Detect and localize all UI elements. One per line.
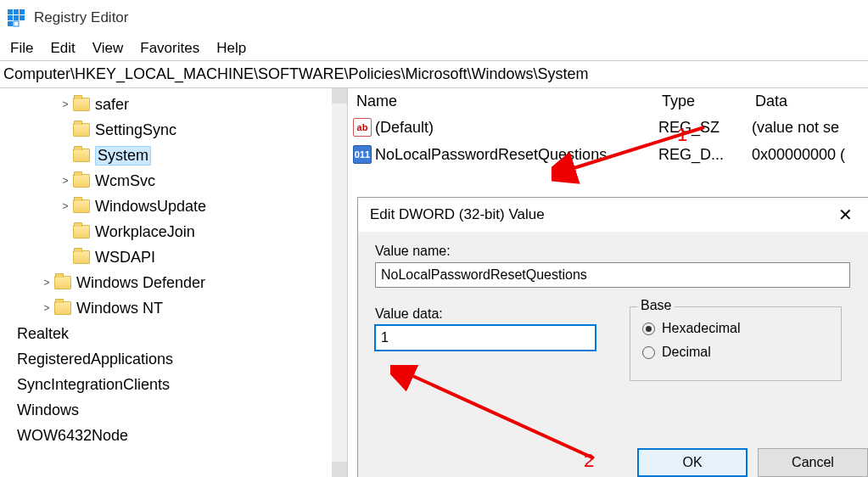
tree-item-label: WOW6432Node — [17, 427, 128, 445]
svg-rect-9 — [20, 21, 25, 26]
tree-item-label: WindowsUpdate — [95, 198, 206, 216]
tree-item[interactable]: >safer — [0, 92, 347, 117]
menubar: File Edit View Favorites Help — [0, 36, 868, 61]
chevron-right-icon[interactable]: > — [59, 200, 71, 212]
list-row[interactable]: ab(Default)REG_SZ(value not se — [348, 114, 868, 141]
chevron-right-icon[interactable] — [59, 226, 71, 238]
value-name: (Default) — [375, 119, 434, 137]
svg-rect-2 — [14, 9, 19, 14]
folder-icon — [73, 98, 90, 111]
value-data-input[interactable] — [375, 325, 596, 351]
value-type: REG_SZ — [658, 119, 752, 137]
tree-item-label: Windows — [17, 401, 79, 419]
base-label: Base — [637, 298, 675, 313]
tree-item-label: Realtek — [17, 325, 69, 343]
svg-rect-6 — [20, 15, 25, 20]
chevron-right-icon[interactable] — [59, 124, 71, 136]
chevron-right-icon[interactable] — [3, 353, 15, 365]
menu-edit[interactable]: Edit — [43, 38, 81, 59]
tree-item[interactable]: SyncIntegrationClients — [0, 372, 347, 397]
tree-item-label: Windows Defender — [76, 274, 205, 292]
menu-file[interactable]: File — [3, 38, 40, 59]
tree-item[interactable]: WOW6432Node — [0, 423, 347, 448]
chevron-right-icon[interactable]: > — [41, 277, 53, 289]
edit-dword-dialog: Edit DWORD (32-bit) Value ✕ Value name: … — [357, 197, 868, 477]
tree-item-label: safer — [95, 96, 129, 114]
close-icon[interactable]: ✕ — [838, 205, 853, 225]
tree-item[interactable]: SettingSync — [0, 117, 347, 143]
value-sz-icon: ab — [353, 118, 372, 137]
regedit-icon — [7, 8, 25, 27]
tree-item[interactable]: >Windows Defender — [0, 270, 347, 295]
tree-pane[interactable]: >safer SettingSync System>WcmSvc>Windows… — [0, 88, 348, 477]
chevron-right-icon[interactable]: > — [59, 98, 71, 110]
chevron-right-icon[interactable] — [59, 149, 71, 161]
chevron-right-icon[interactable] — [3, 429, 15, 441]
col-header-type[interactable]: Type — [662, 93, 755, 110]
col-header-name[interactable]: Name — [356, 93, 662, 110]
chevron-right-icon[interactable] — [3, 328, 15, 340]
folder-icon — [54, 301, 71, 315]
tree-item[interactable]: System — [0, 143, 347, 168]
folder-icon — [73, 225, 90, 238]
value-dw-icon: 011 — [353, 145, 372, 164]
folder-icon — [73, 174, 90, 188]
svg-rect-5 — [14, 15, 19, 20]
base-group: Base Hexadecimal Decimal — [630, 306, 842, 381]
cancel-button[interactable]: Cancel — [758, 448, 868, 477]
menu-view[interactable]: View — [86, 38, 131, 59]
radio-hexadecimal[interactable]: Hexadecimal — [642, 321, 829, 336]
chevron-right-icon[interactable]: > — [41, 302, 53, 314]
svg-rect-4 — [8, 15, 13, 20]
svg-rect-3 — [20, 9, 25, 14]
list-header: Name Type Data — [348, 88, 868, 114]
tree-item-label: WcmSvc — [95, 172, 155, 190]
ok-button[interactable]: OK — [637, 448, 748, 477]
tree-item[interactable]: Realtek — [0, 321, 347, 346]
scrollbar[interactable] — [332, 88, 347, 477]
folder-icon — [54, 276, 71, 289]
chevron-right-icon[interactable] — [59, 251, 71, 263]
folder-icon — [73, 199, 90, 213]
tree-item-label: RegisteredApplications — [17, 351, 173, 368]
svg-rect-8 — [14, 21, 19, 26]
col-header-data[interactable]: Data — [755, 93, 868, 110]
value-type: REG_D... — [658, 146, 752, 164]
value-name-label: Value name: — [375, 244, 851, 259]
chevron-right-icon[interactable] — [3, 379, 15, 390]
tree-item-label: SettingSync — [95, 121, 176, 139]
radio-decimal[interactable]: Decimal — [642, 345, 829, 360]
chevron-right-icon[interactable] — [3, 404, 15, 416]
tree-item[interactable]: WSDAPI — [0, 244, 347, 270]
dialog-titlebar: Edit DWORD (32-bit) Value ✕ — [358, 198, 868, 232]
svg-rect-7 — [8, 21, 13, 26]
tree-item[interactable]: >Windows NT — [0, 295, 347, 321]
app-title: Registry Editor — [34, 9, 128, 26]
tree-item-label: WorkplaceJoin — [95, 223, 195, 241]
tree-item[interactable]: Windows — [0, 397, 347, 423]
chevron-right-icon[interactable]: > — [59, 175, 71, 187]
tree-item[interactable]: >WindowsUpdate — [0, 194, 347, 219]
address-bar[interactable]: Computer\HKEY_LOCAL_MACHINE\SOFTWARE\Pol… — [0, 61, 868, 88]
list-row[interactable]: 011NoLocalPasswordResetQuestionsREG_D...… — [348, 141, 868, 168]
dialog-title-text: Edit DWORD (32-bit) Value — [370, 206, 545, 223]
folder-icon — [73, 149, 90, 162]
menu-help[interactable]: Help — [210, 38, 253, 59]
folder-icon — [73, 123, 90, 137]
value-data-label: Value data: — [375, 306, 604, 322]
value-name-input[interactable] — [375, 262, 850, 288]
tree-item-label: WSDAPI — [95, 249, 155, 267]
tree-item[interactable]: WorkplaceJoin — [0, 219, 347, 244]
value-name: NoLocalPasswordResetQuestions — [375, 146, 607, 164]
radio-icon — [642, 346, 655, 359]
address-text: Computer\HKEY_LOCAL_MACHINE\SOFTWARE\Pol… — [3, 65, 589, 83]
folder-icon — [73, 250, 90, 264]
tree-item[interactable]: RegisteredApplications — [0, 346, 347, 372]
tree-item-label: SyncIntegrationClients — [17, 376, 170, 394]
radio-icon — [642, 323, 655, 335]
value-data: 0x00000000 ( — [752, 146, 868, 164]
tree-item[interactable]: >WcmSvc — [0, 168, 347, 194]
menu-favorites[interactable]: Favorites — [133, 38, 206, 59]
tree-item-label: Windows NT — [76, 300, 163, 317]
title-bar: Registry Editor — [0, 0, 868, 36]
